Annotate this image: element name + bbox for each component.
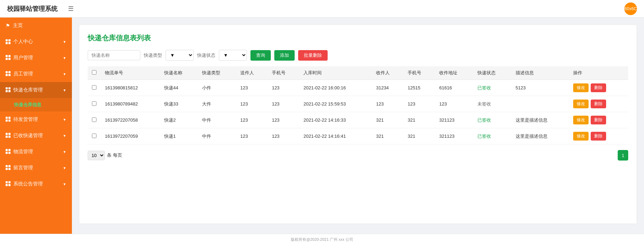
search-button[interactable]: 查询 xyxy=(250,50,271,61)
delete-button-2[interactable]: 删除 xyxy=(591,116,606,124)
cell-in-time: 2021-02-22 14:16:33 xyxy=(299,112,372,128)
batch-delete-button[interactable]: 批量删除 xyxy=(298,50,328,61)
col-express-name: 快递名称 xyxy=(160,66,198,80)
svg-rect-32 xyxy=(6,181,8,183)
chevron-down-icon: ▼ xyxy=(63,166,66,170)
svg-rect-14 xyxy=(6,90,8,92)
sidebar-item-staff-mgmt[interactable]: 员工管理 ▼ xyxy=(0,66,72,82)
edit-button-1[interactable]: 修改 xyxy=(573,100,589,108)
content-area: 快递仓库信息表列表 快递类型 ▼ 小件 中件 大件 快递状态 ▼ 已签收 未签收… xyxy=(72,18,644,234)
cell-receiver-phone: 321 xyxy=(403,112,435,128)
cell-description: 这里是描述信息 xyxy=(511,112,569,128)
data-table: 物流单号 快递名称 快递类型 送件人 手机号 入库时间 收件人 手机号 收件地址… xyxy=(88,66,628,144)
status-select[interactable]: ▼ 已签收 未签收 xyxy=(219,50,247,61)
svg-rect-15 xyxy=(8,90,11,92)
cell-in-time: 2021-02-22 15:59:53 xyxy=(299,96,372,112)
table-row: 1613980789482 快递33 大件 123 123 2021-02-22… xyxy=(88,96,628,112)
grid-icon xyxy=(6,87,11,93)
edit-button-2[interactable]: 修改 xyxy=(573,116,589,124)
sidebar-item-notice-mgmt-label: 系统公告管理 xyxy=(13,181,43,187)
edit-button-0[interactable]: 修改 xyxy=(573,83,589,92)
sidebar-sub-item-warehouse-info[interactable]: 快递仓库信息 xyxy=(0,98,72,111)
cell-receiver: 321 xyxy=(372,128,403,144)
cell-status: 未签收 xyxy=(473,96,511,112)
row-checkbox-1[interactable] xyxy=(92,101,96,106)
svg-rect-16 xyxy=(6,117,8,119)
page-button-1[interactable]: 1 xyxy=(618,150,628,161)
svg-rect-27 xyxy=(8,152,11,154)
cell-status: 已签收 xyxy=(473,80,511,96)
sidebar-item-user-mgmt[interactable]: 用户管理 ▼ xyxy=(0,50,72,66)
sidebar-item-personal[interactable]: 个人中心 ▼ xyxy=(0,34,72,50)
grid-icon xyxy=(6,39,11,44)
table-row: 1613972207058 快递2 中件 123 123 2021-02-22 … xyxy=(88,112,628,128)
svg-rect-25 xyxy=(8,149,11,151)
svg-rect-7 xyxy=(8,58,11,60)
sidebar-item-received-mgmt[interactable]: 已收快递管理 ▼ xyxy=(0,128,72,144)
cell-receiver-phone: 123 xyxy=(403,96,435,112)
delete-button-1[interactable]: 删除 xyxy=(591,100,606,108)
svg-rect-13 xyxy=(8,87,11,89)
sidebar-item-pending-mgmt-label: 待发货管理 xyxy=(13,116,38,123)
svg-rect-10 xyxy=(6,74,8,76)
pagination: 1 xyxy=(618,150,628,161)
col-sender-phone: 手机号 xyxy=(268,66,299,80)
app-title: 校园驿站管理系统 xyxy=(7,5,58,13)
type-label: 快递类型 xyxy=(144,52,162,59)
sidebar-item-message-mgmt[interactable]: 留言管理 ▼ xyxy=(0,160,72,176)
cell-receiver: 321 xyxy=(372,112,403,128)
svg-rect-12 xyxy=(6,87,8,89)
add-button[interactable]: 添加 xyxy=(274,50,295,61)
svg-rect-18 xyxy=(6,120,8,122)
chevron-down-icon: ▼ xyxy=(63,118,66,122)
grid-icon xyxy=(6,165,11,171)
sidebar-item-pending-mgmt[interactable]: 待发货管理 ▼ xyxy=(0,111,72,128)
cell-description: 5123 xyxy=(511,80,569,96)
chevron-down-icon: ▼ xyxy=(63,150,66,154)
type-select[interactable]: ▼ 小件 中件 大件 xyxy=(166,50,194,61)
cell-tracking-no: 1613980815812 xyxy=(101,80,160,96)
per-page-section: 10 20 50 条 每页 xyxy=(88,151,122,160)
cell-receiver: 31234 xyxy=(372,80,403,96)
toolbar: 快递类型 ▼ 小件 中件 大件 快递状态 ▼ 已签收 未签收 查询 添加 批量删… xyxy=(88,50,628,61)
sidebar-item-notice-mgmt[interactable]: 系统公告管理 ▼ xyxy=(0,176,72,192)
svg-rect-5 xyxy=(8,55,11,57)
cell-status: 已签收 xyxy=(473,128,511,144)
avatar[interactable]: 60x6C xyxy=(624,2,637,15)
svg-rect-23 xyxy=(8,136,11,138)
col-receiver: 收件人 xyxy=(372,66,403,80)
svg-rect-28 xyxy=(6,165,8,167)
flag-icon: ⚑ xyxy=(6,23,10,28)
warehouse-mgmt-submenu: 快递仓库信息 xyxy=(0,98,72,111)
sidebar-item-logistics-mgmt-label: 物流管理 xyxy=(13,149,33,155)
chevron-down-icon: ▼ xyxy=(63,56,66,60)
sidebar-item-warehouse-mgmt[interactable]: 快递仓库管理 ▼ xyxy=(0,82,72,98)
sidebar-item-home[interactable]: ⚑ 主页 xyxy=(0,18,72,34)
cell-sender-phone: 123 xyxy=(268,128,299,144)
svg-rect-0 xyxy=(6,39,8,41)
row-checkbox-0[interactable] xyxy=(92,85,96,90)
per-page-select[interactable]: 10 20 50 xyxy=(88,151,105,160)
edit-button-3[interactable]: 修改 xyxy=(573,132,589,141)
row-checkbox-2[interactable] xyxy=(92,117,96,122)
select-all-checkbox[interactable] xyxy=(92,70,96,75)
delete-button-0[interactable]: 删除 xyxy=(591,83,606,92)
sidebar-item-logistics-mgmt[interactable]: 物流管理 ▼ xyxy=(0,144,72,160)
chevron-down-icon: ▼ xyxy=(63,182,66,186)
row-checkbox-3[interactable] xyxy=(92,134,96,138)
cell-description: 这里是描述信息 xyxy=(511,128,569,144)
svg-rect-29 xyxy=(8,165,11,167)
express-name-input[interactable] xyxy=(88,50,140,60)
cell-express-name: 快递33 xyxy=(160,96,198,112)
cell-sender: 123 xyxy=(236,112,268,128)
cell-type: 大件 xyxy=(198,96,236,112)
status-label: 快递状态 xyxy=(197,52,215,59)
menu-toggle-icon[interactable]: ☰ xyxy=(68,5,74,13)
col-description: 描述信息 xyxy=(511,66,569,80)
col-tracking-no: 物流单号 xyxy=(101,66,160,80)
sidebar-item-received-mgmt-label: 已收快递管理 xyxy=(13,132,43,139)
cell-sender: 123 xyxy=(236,128,268,144)
cell-receiver: 123 xyxy=(372,96,403,112)
svg-rect-8 xyxy=(6,71,8,73)
delete-button-3[interactable]: 删除 xyxy=(591,132,606,141)
